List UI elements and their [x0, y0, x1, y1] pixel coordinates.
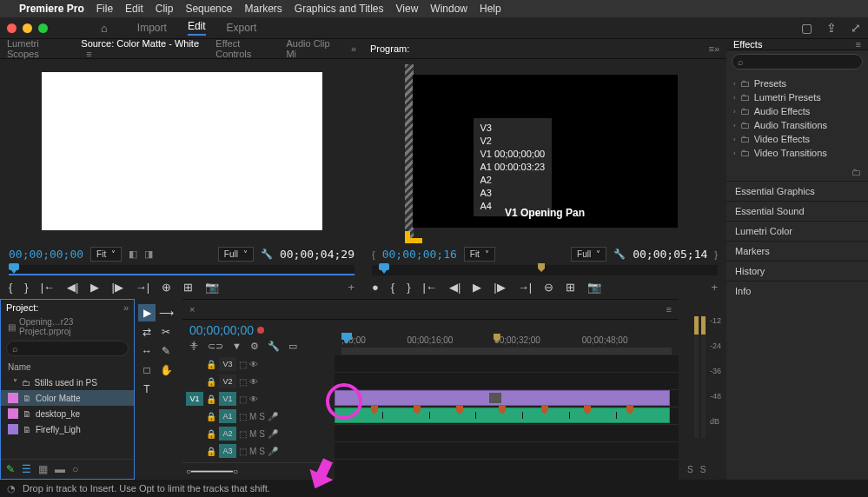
program-mark-out-button[interactable]: }	[407, 281, 410, 294]
program-fit-dropdown[interactable]: Fit˅	[464, 247, 495, 262]
hand-tool[interactable]: ✋	[157, 361, 175, 379]
source-step-forward-button[interactable]: |▶	[111, 281, 123, 294]
side-history[interactable]: History	[726, 261, 868, 281]
clip-v1[interactable]	[335, 390, 670, 406]
side-markers[interactable]: Markers	[726, 241, 868, 261]
source-monitor-view[interactable]	[0, 59, 363, 243]
timeline-playhead[interactable]	[341, 333, 354, 345]
timeline-panel-menu-icon[interactable]: ≡	[666, 304, 672, 315]
source-mark-in-button[interactable]: {	[9, 281, 12, 294]
minimize-window-button[interactable]	[23, 23, 32, 33]
track-select-tool[interactable]: ⟶	[157, 304, 175, 321]
type-tool[interactable]: T	[138, 381, 156, 398]
project-item-color-matte[interactable]: 🗎Color Matte	[1, 390, 134, 406]
menu-sequence[interactable]: Sequence	[185, 3, 232, 15]
tree-video-effects[interactable]: ›🗀Video Effects	[730, 132, 865, 146]
track-header-a3[interactable]: 🔒A3⬚MS🎤	[182, 442, 335, 460]
selection-tool[interactable]: ▶	[138, 304, 156, 321]
program-step-forward-button[interactable]: |▶	[494, 281, 505, 294]
tree-video-transitions[interactable]: ›🗀Video Transitions	[730, 146, 865, 160]
program-wrench-icon[interactable]: 🔧	[613, 248, 626, 260]
workspace-edit[interactable]: Edit	[188, 20, 206, 36]
project-panel-menu-icon[interactable]: »	[123, 302, 129, 313]
project-item-desktop[interactable]: 🗎desktop_ke	[1, 406, 134, 421]
menu-graphics[interactable]: Graphics and Titles	[295, 3, 384, 15]
tab-source[interactable]: Source: Color Matte - White ≡	[81, 38, 203, 59]
track-content[interactable]	[335, 355, 679, 480]
program-lift-button[interactable]: ⊖	[544, 281, 553, 294]
timeline-close-tab[interactable]: ×	[189, 304, 195, 315]
source-half-icon[interactable]: ◧	[129, 248, 137, 260]
track-header-v1[interactable]: V1🔒V1⬚👁	[182, 390, 335, 408]
source-goto-in-button[interactable]: |←	[41, 281, 55, 294]
program-full-dropdown[interactable]: Full˅	[571, 247, 606, 262]
source-insert-button[interactable]: ⊕	[162, 281, 171, 294]
menu-help[interactable]: Help	[480, 3, 501, 15]
program-step-back-button[interactable]: ◀|	[449, 281, 461, 294]
program-right-timecode[interactable]: 00;00;05;14	[633, 248, 707, 261]
program-play-button[interactable]: ▶	[473, 281, 481, 294]
source-play-button[interactable]: ▶	[90, 281, 99, 294]
tree-audio-effects[interactable]: ›🗀Audio Effects	[730, 104, 865, 118]
project-item-folder[interactable]: ˅🗀Stills used in PS	[1, 375, 134, 390]
tab-lumetri-scopes[interactable]: Lumetri Scopes	[7, 38, 69, 59]
track-header-a2[interactable]: 🔒A2⬚MS🎤	[182, 425, 335, 442]
tab-program[interactable]: Program:	[370, 43, 409, 54]
program-monitor-view[interactable]: V3 V2 V1 00;00;00;00 A1 00:00:03:23 A2 A…	[363, 59, 726, 243]
program-panel-close-icon[interactable]: »	[714, 43, 719, 54]
program-goto-out-button[interactable]: →|	[518, 281, 532, 294]
program-button-editor[interactable]: +	[711, 281, 718, 294]
program-mark-in-button[interactable]: {	[391, 281, 394, 294]
program-add-marker-button[interactable]: ●	[372, 281, 379, 294]
source-fit-dropdown[interactable]: Fit˅	[90, 247, 122, 262]
maximize-icon[interactable]: ⤢	[851, 21, 861, 35]
meter-solo-r[interactable]: S	[700, 465, 706, 474]
project-search-input[interactable]: ⌕	[6, 341, 129, 356]
timeline-cc-icon[interactable]: ▭	[288, 341, 297, 352]
project-list-view-button[interactable]: ☰	[22, 463, 31, 475]
side-essential-graphics[interactable]: Essential Graphics	[726, 181, 868, 201]
tree-lumetri-presets[interactable]: ›🗀Lumetri Presets	[730, 90, 865, 104]
tab-audio-clip-mixer[interactable]: Audio Clip Mi	[286, 38, 338, 59]
program-extract-button[interactable]: ⊞	[566, 281, 575, 294]
program-out-brace[interactable]: }	[714, 249, 718, 260]
menu-markers[interactable]: Markers	[244, 3, 282, 15]
timeline-wrench-icon[interactable]: 🔧	[268, 341, 280, 352]
menu-window[interactable]: Window	[430, 3, 467, 15]
tab-effect-controls[interactable]: Effect Controls	[215, 38, 274, 59]
project-icon-view-button[interactable]: ▦	[38, 463, 48, 475]
program-left-timecode[interactable]: 00;00;00;16	[382, 248, 457, 261]
source-goto-out-button[interactable]: →|	[136, 281, 149, 294]
track-header-v2[interactable]: 🔒V2⬚👁	[182, 373, 335, 390]
source-playhead[interactable]	[9, 263, 19, 275]
project-new-item-button[interactable]: ✎	[6, 463, 15, 475]
source-wrench-icon[interactable]: 🔧	[261, 248, 273, 260]
timeline-linked-selection[interactable]: ⊂⊃	[208, 341, 223, 352]
menu-edit[interactable]: Edit	[125, 3, 143, 15]
program-marker[interactable]	[538, 263, 545, 272]
source-left-timecode[interactable]: 00;00;00;00	[9, 248, 83, 261]
track-header-v3[interactable]: 🔒V3⬚👁	[182, 355, 335, 373]
close-window-button[interactable]	[7, 23, 17, 33]
program-playhead[interactable]	[379, 263, 389, 275]
razor-tool[interactable]: ✂	[157, 323, 175, 341]
timeline-marker-icon[interactable]: ▼	[232, 341, 242, 352]
source-quarter-icon[interactable]: ◨	[144, 248, 153, 260]
timeline-ruler[interactable]: ;00;00 00;00;16;00 00;00;32;00 00;00;48;…	[341, 323, 672, 352]
side-lumetri-color[interactable]: Lumetri Color	[726, 221, 868, 241]
panel-menu-icon[interactable]: »	[351, 43, 356, 54]
slip-tool[interactable]: ↔	[138, 342, 156, 360]
source-right-timecode[interactable]: 00;00;04;29	[280, 248, 354, 261]
source-mark-out-button[interactable]: }	[24, 281, 28, 294]
fullscreen-window-button[interactable]	[38, 23, 48, 33]
program-in-brace[interactable]: {	[372, 249, 375, 260]
timeline-timecode[interactable]: 00;00;00;00	[189, 323, 341, 337]
side-essential-sound[interactable]: Essential Sound	[726, 201, 868, 221]
source-marker-bar[interactable]	[9, 265, 354, 275]
pen-tool[interactable]: ✎	[157, 342, 175, 360]
menu-view[interactable]: View	[396, 3, 419, 15]
source-export-frame-button[interactable]: 📷	[205, 281, 219, 294]
tree-audio-transitions[interactable]: ›🗀Audio Transitions	[730, 118, 865, 132]
workspace-export[interactable]: Export	[227, 22, 257, 34]
clip-a1[interactable]	[335, 408, 670, 423]
